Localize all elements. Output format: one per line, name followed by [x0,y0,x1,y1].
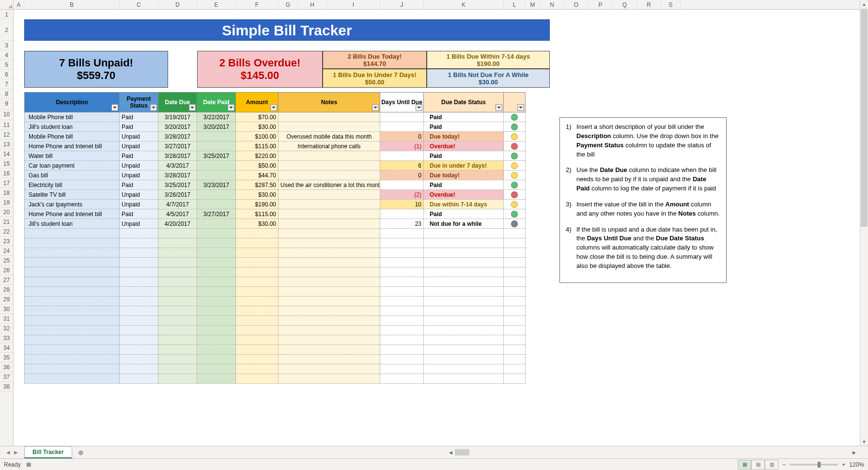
cell-days-until-due[interactable] [380,306,424,315]
row-head-11[interactable]: 11 [0,120,13,130]
cell-amount[interactable]: $287.50 [236,180,279,189]
cell-date-paid[interactable] [197,316,236,325]
cell-payment-status[interactable]: Unpaid [120,190,158,199]
filter-icon[interactable] [270,104,277,111]
cell-due-date-status[interactable]: Due today! [424,171,504,180]
cell-date-paid[interactable] [197,326,236,335]
col-head-I[interactable]: I [327,0,380,9]
cell-payment-status[interactable] [120,306,158,315]
scroll-up-icon[interactable]: ▲ [860,0,868,8]
scroll-left-icon[interactable]: ◀ [447,450,455,455]
cell-days-until-due[interactable] [380,112,424,122]
cell-amount[interactable]: $70.00 [236,112,279,122]
cell-description[interactable] [24,306,120,315]
cell-description[interactable]: Jack's car lpayments [24,200,120,209]
cell-status-indicator[interactable] [504,229,526,238]
cell-due-date-status[interactable]: Paid [424,151,504,160]
row-head-27[interactable]: 27 [0,275,13,285]
cell-date-due[interactable]: 4/7/2017 [158,200,197,209]
cell-date-paid[interactable] [197,364,236,374]
cell-payment-status[interactable]: Paid [120,112,158,122]
cell-notes[interactable] [279,151,380,160]
row-head-36[interactable]: 36 [0,362,13,372]
cell-due-date-status[interactable] [424,229,504,238]
row-head-20[interactable]: 20 [0,207,13,217]
cell-payment-status[interactable] [120,297,158,306]
table-row[interactable]: Car loan payment Unpaid 4/3/2017 $50.00 … [24,161,526,171]
cell-status-indicator[interactable] [504,248,526,257]
cell-due-date-status[interactable] [424,258,504,267]
row-head-33[interactable]: 33 [0,333,13,343]
cell-date-due[interactable] [158,345,197,354]
cell-days-until-due[interactable]: 0 [380,132,424,141]
cell-notes[interactable] [279,112,380,122]
cell-due-date-status[interactable] [424,316,504,325]
row-head-4[interactable]: 4 [0,50,13,60]
row-head-35[interactable]: 35 [0,353,13,362]
cell-description[interactable] [24,335,120,345]
cell-date-due[interactable] [158,316,197,325]
cell-description[interactable] [24,248,120,257]
cell-due-date-status[interactable] [424,238,504,248]
cell-date-due[interactable] [158,229,197,238]
table-row[interactable] [24,364,526,374]
table-row[interactable] [24,297,526,306]
row-head-15[interactable]: 15 [0,159,13,169]
col-head-Q[interactable]: Q [613,0,637,9]
cell-payment-status[interactable]: Unpaid [120,161,158,170]
cell-amount[interactable] [236,277,279,286]
cell-payment-status[interactable] [120,287,158,296]
cell-amount[interactable]: $220.00 [236,151,279,160]
cell-status-indicator[interactable] [504,316,526,325]
th-date-due[interactable]: Date Due [158,92,197,112]
cell-notes[interactable] [279,238,380,248]
cell-notes[interactable] [279,297,380,306]
scroll-thumb[interactable] [861,9,868,227]
cell-date-paid[interactable]: 3/27/2017 [197,209,236,219]
cell-days-until-due[interactable]: 23 [380,219,424,228]
cell-days-until-due[interactable] [380,258,424,267]
scroll-right-icon[interactable]: ▶ [850,450,858,455]
cell-description[interactable] [24,287,120,296]
cell-amount[interactable]: $100.00 [236,132,279,141]
page-layout-view-button[interactable]: ▤ [751,460,765,470]
add-sheet-button[interactable]: ⊕ [75,449,87,456]
cell-payment-status[interactable]: Unpaid [120,200,158,209]
cell-notes[interactable] [279,209,380,219]
cell-payment-status[interactable] [120,229,158,238]
row-head-1[interactable]: 1 [0,10,13,19]
col-head-B[interactable]: B [24,0,120,9]
cell-due-date-status[interactable] [424,326,504,335]
cell-payment-status[interactable] [120,345,158,354]
table-row[interactable] [24,355,526,364]
row-head-3[interactable]: 3 [0,41,13,50]
row-head-25[interactable]: 25 [0,256,13,266]
cell-due-date-status[interactable] [424,267,504,277]
cell-amount[interactable]: $50.00 [236,161,279,170]
table-row[interactable] [24,335,526,345]
cell-days-until-due[interactable] [380,229,424,238]
col-head-C[interactable]: C [120,0,158,9]
cell-description[interactable] [24,364,120,374]
cell-status-indicator[interactable] [504,364,526,374]
row-head-10[interactable]: 10 [0,110,13,120]
col-head-S[interactable]: S [661,0,681,9]
cell-due-date-status[interactable]: Paid [424,122,504,131]
cell-amount[interactable] [236,335,279,345]
hscroll-thumb[interactable] [455,449,469,455]
cell-amount[interactable] [236,258,279,267]
cell-date-paid[interactable] [197,171,236,180]
col-head-J[interactable]: J [380,0,424,9]
th-date-paid[interactable]: Date Paid [197,92,236,112]
cell-amount[interactable] [236,374,279,383]
cell-status-indicator[interactable] [504,306,526,315]
cell-days-until-due[interactable] [380,335,424,345]
filter-icon[interactable] [496,104,502,111]
cell-due-date-status[interactable]: Due in under 7 days! [424,161,504,170]
cell-description[interactable]: Car loan payment [24,161,120,170]
table-row[interactable] [24,306,526,316]
cell-description[interactable]: Gas bill [24,171,120,180]
cell-days-until-due[interactable] [380,345,424,354]
cell-description[interactable] [24,229,120,238]
cell-date-paid[interactable] [197,267,236,277]
